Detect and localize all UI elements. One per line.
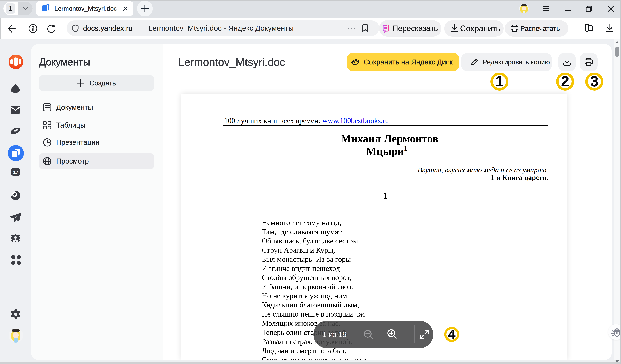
- svg-text:17: 17: [13, 170, 18, 175]
